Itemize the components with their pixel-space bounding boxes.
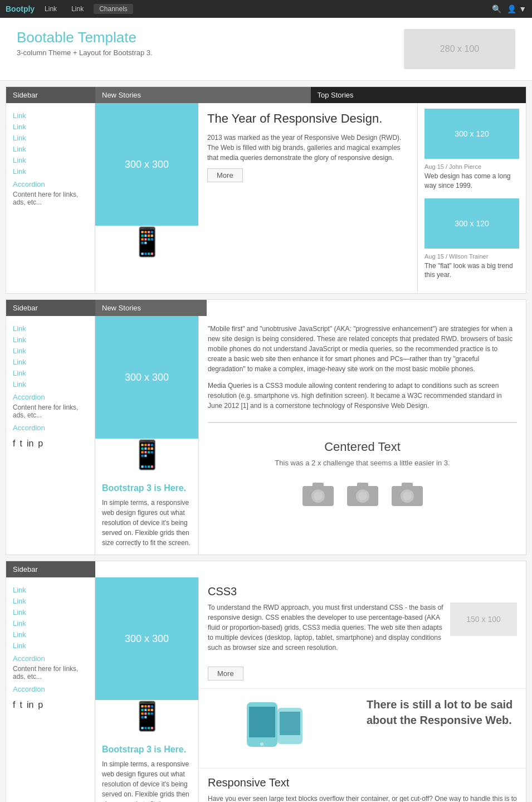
linkedin-icon-2[interactable]: in — [27, 700, 33, 710]
sidebar-accordion-1[interactable]: Accordion — [13, 180, 88, 188]
article-body-1: 2013 was marked as the year of Responsiv… — [207, 133, 408, 163]
centered-title: Centered Text — [219, 440, 506, 454]
s2-sidebar-link-3[interactable]: Link — [13, 347, 88, 355]
sidebar-link-1[interactable]: Link — [13, 111, 88, 120]
navbar-link-2[interactable]: Link — [67, 5, 88, 13]
big-quote-section: There is still a lot to be said about th… — [199, 688, 526, 768]
phones-graphic — [208, 697, 358, 760]
sidebar-link-3[interactable]: Link — [13, 134, 88, 142]
s2-sidebar-link-2[interactable]: Link — [13, 336, 88, 344]
section-1-new-stories-img: 300 x 300 📱 — [95, 103, 198, 293]
section-1-new-stories-header: New Stories — [95, 87, 311, 103]
navbar-channels[interactable]: Channels — [94, 4, 133, 14]
sidebar-link-6[interactable]: Link — [13, 167, 88, 176]
section-2-left-img: 300 x 300 📱 Bootstrap 3 is Here. In simp… — [95, 316, 198, 555]
s3-sidebar-link-4[interactable]: Link — [13, 619, 88, 628]
css3-with-side: To understand the RWD approach, you must… — [208, 602, 517, 681]
s3-sidebar-accordion[interactable]: Accordion — [13, 654, 88, 663]
side-story-text-2: The "flat" look was a big trend this yea… — [424, 261, 519, 280]
twitter-icon[interactable]: t — [19, 439, 22, 449]
section-3-body: Link Link Link Link Link Link Accordion … — [6, 577, 526, 802]
s3-sidebar-accordion-2[interactable]: Accordion — [13, 685, 88, 693]
section-3-left-img: 300 x 300 📱 Bootstrap 3 is Here. In simp… — [95, 577, 198, 802]
s3-sidebar-link-2[interactable]: Link — [13, 597, 88, 605]
s3-sidebar-link-5[interactable]: Link — [13, 630, 88, 639]
sidebar-link-4[interactable]: Link — [13, 145, 88, 153]
svg-point-2 — [314, 492, 323, 500]
section-2-body: Link Link Link Link Link Link Accordion … — [6, 316, 526, 555]
camera-icon-3 — [391, 478, 424, 509]
bootstrap-text-1: In simple terms, a responsive web design… — [102, 498, 192, 548]
phone-graphic-2: 📱 — [95, 439, 198, 477]
svg-rect-13 — [249, 707, 275, 737]
new-stories-placeholder-2: 300 x 300 — [95, 316, 198, 439]
page-header-left: Bootable Template 3-column Theme + Layou… — [17, 29, 153, 57]
svg-rect-11 — [402, 483, 413, 487]
s2-body-text-1: "Mobile first" and "unobtrusive JavaScri… — [208, 324, 517, 374]
section-2: Sidebar New Stories Link Link Link Link … — [6, 299, 526, 555]
navbar-link-1[interactable]: Link — [40, 5, 61, 13]
top-article-1: The Year of Responsive Design. 2013 was … — [198, 103, 417, 293]
section-3: Sidebar Link Link Link Link Link Link Ac… — [6, 561, 526, 802]
navbar-brand[interactable]: Bootply — [6, 4, 35, 13]
sidebar-link-5[interactable]: Link — [13, 156, 88, 164]
svg-rect-3 — [313, 483, 324, 487]
camera-icon-1 — [301, 478, 335, 509]
side-story-2: 300 x 120 Aug 15 / Wilson Trainer The "f… — [424, 198, 519, 280]
s2-sidebar-link-4[interactable]: Link — [13, 358, 88, 366]
social-icons-1: f t in p — [13, 439, 88, 449]
s2-sidebar-accordion-2[interactable]: Accordion — [13, 424, 88, 432]
section-1-body: Link Link Link Link Link Link Accordion … — [6, 103, 526, 293]
phone-graphic-3: 📱 — [95, 700, 198, 738]
section-1-sidebar: Link Link Link Link Link Link Accordion … — [6, 103, 95, 293]
more-button-2[interactable]: More — [208, 667, 243, 681]
section-1: Sidebar New Stories Top Stories Link Lin… — [6, 86, 526, 294]
new-stories-placeholder-1: 300 x 300 — [95, 103, 198, 226]
section-2-header: Sidebar New Stories — [6, 300, 207, 316]
s2-sidebar-link-5[interactable]: Link — [13, 369, 88, 377]
section-3-main-content: CSS3 To understand the RWD approach, you… — [198, 577, 526, 802]
twitter-icon-2[interactable]: t — [19, 700, 22, 710]
facebook-icon-2[interactable]: f — [13, 700, 15, 710]
linkedin-icon[interactable]: in — [27, 439, 33, 449]
resp-text-section: Responsive Text Have you ever seen large… — [199, 768, 526, 802]
facebook-icon[interactable]: f — [13, 439, 15, 449]
side-story-img-2: 300 x 120 — [424, 198, 519, 249]
bootstrap-title-2: Bootstrap 3 is Here. — [102, 745, 192, 755]
user-icon[interactable]: 👤 ▼ — [507, 4, 526, 13]
svg-point-6 — [358, 492, 367, 500]
s3-sidebar-link-6[interactable]: Link — [13, 641, 88, 650]
section-2-new-stories-header: New Stories — [95, 300, 207, 316]
s2-sidebar-accordion[interactable]: Accordion — [13, 393, 88, 401]
section-3-sidebar-header: Sidebar — [6, 561, 95, 577]
side-story-meta-2: Aug 15 / Wilson Trainer — [424, 253, 519, 260]
side-story-text-1: Web design has come a long way since 199… — [424, 172, 519, 191]
more-button-1[interactable]: More — [207, 168, 243, 182]
top-right-stories: 300 x 120 Aug 15 / John Pierce Web desig… — [417, 103, 526, 293]
page-header: Bootable Template 3-column Theme + Layou… — [0, 18, 532, 81]
sidebar-link-2[interactable]: Link — [13, 123, 88, 131]
section-2-sidebar: Link Link Link Link Link Link Accordion … — [6, 316, 95, 555]
pinterest-icon-2[interactable]: p — [38, 700, 43, 710]
resp-text: Have you ever seen large text blocks ove… — [208, 794, 517, 802]
navbar-right: 🔍 👤 ▼ — [492, 4, 526, 13]
svg-point-17 — [289, 746, 291, 749]
sidebar-accordion-content-1: Content here for links, ads, etc... — [13, 191, 88, 206]
svg-rect-16 — [280, 712, 300, 735]
s3-sidebar-link-1[interactable]: Link — [13, 586, 88, 594]
section-1-sidebar-header: Sidebar — [6, 87, 95, 103]
search-icon[interactable]: 🔍 — [492, 4, 501, 13]
pinterest-icon[interactable]: p — [38, 439, 43, 449]
css3-section: CSS3 To understand the RWD approach, you… — [199, 577, 526, 688]
bootstrap-title-1: Bootstrap 3 is Here. — [102, 483, 192, 493]
svg-point-10 — [403, 492, 412, 500]
bootstrap-section-1: Bootstrap 3 is Here. In simple terms, a … — [95, 477, 198, 555]
css3-body: To understand the RWD approach, you must… — [208, 602, 445, 653]
resp-title: Responsive Text — [208, 776, 517, 789]
section-1-top-stories-header: Top Stories — [311, 87, 526, 103]
phones-svg — [241, 697, 325, 752]
s2-sidebar-link-1[interactable]: Link — [13, 324, 88, 333]
side-story-img-1: 300 x 120 — [424, 109, 519, 159]
s2-sidebar-link-6[interactable]: Link — [13, 380, 88, 388]
s3-sidebar-link-3[interactable]: Link — [13, 608, 88, 616]
